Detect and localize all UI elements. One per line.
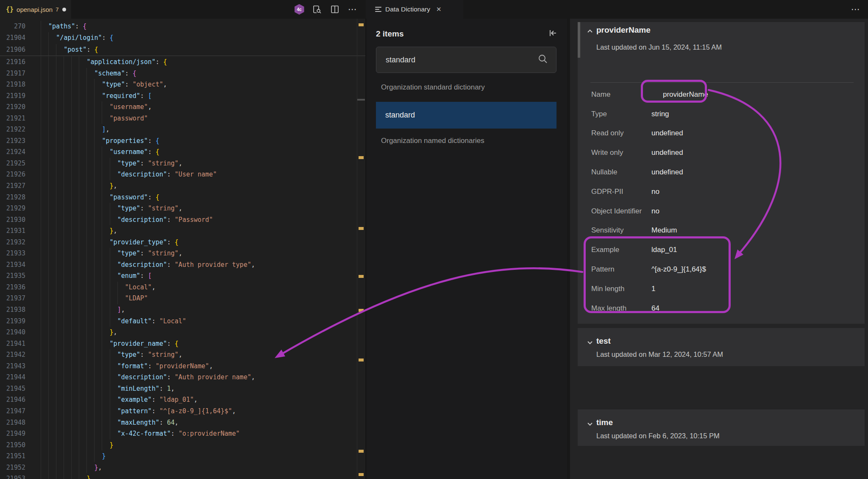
annotation-box-name: [641, 80, 707, 103]
code-line[interactable]: 21952 },: [0, 462, 365, 473]
code-line[interactable]: 21930 "description": "Password": [0, 214, 365, 226]
code-line[interactable]: 21939 "default": "Local": [0, 316, 365, 327]
detail-label: GDPR-PII: [591, 188, 651, 196]
code-line[interactable]: 21934 "description": "Auth provider type…: [0, 259, 365, 271]
detail-value: no: [651, 188, 659, 196]
panel-scrollbar-thumb[interactable]: [578, 22, 580, 58]
chevron-down-icon[interactable]: [587, 420, 593, 427]
line-number: 21916: [0, 56, 25, 68]
code-line[interactable]: 21929 "type": "string",: [0, 203, 365, 214]
code-text: },: [41, 180, 117, 192]
code-line[interactable]: 21904 "/api/login": {: [0, 32, 365, 44]
line-number: 21918: [0, 79, 25, 90]
chevron-down-icon[interactable]: [587, 339, 593, 346]
code-text: "minLength": 1,: [41, 383, 175, 395]
code-line[interactable]: 21928 "password": {: [0, 192, 365, 203]
dictionary-search[interactable]: [376, 47, 556, 73]
code-line[interactable]: 21922 ],: [0, 124, 365, 135]
tab-problems-badge: 7: [56, 6, 58, 13]
line-number: 21925: [0, 158, 25, 169]
dictionary-format-item-time[interactable]: timeLast updated on Feb 6, 2023, 10:15 P…: [578, 409, 865, 446]
code-line[interactable]: 21946 "example": "ldap_01",: [0, 394, 365, 406]
code-line[interactable]: 21925 "type": "string",: [0, 158, 365, 169]
editor-more-actions-icon[interactable]: ⋯: [348, 4, 358, 14]
42crunch-icon[interactable]: 4c: [294, 4, 304, 14]
code-line[interactable]: 21916 "application/json": {: [0, 56, 365, 68]
code-line[interactable]: 21949 "x-42c-format": "o:providerName": [0, 428, 365, 440]
unsaved-dot-icon[interactable]: [62, 8, 66, 11]
code-line[interactable]: 21938 ],: [0, 304, 365, 316]
line-number: 21945: [0, 383, 25, 395]
code-line[interactable]: 21919 "required": [: [0, 90, 365, 102]
code-line[interactable]: 21932 "provider_type": {: [0, 237, 365, 248]
code-line[interactable]: 21941 "provider_name": {: [0, 338, 365, 350]
detail-label: Sensitivity: [591, 226, 651, 235]
code-text: "application/json": {: [41, 56, 167, 68]
code-line[interactable]: 21923 "properties": {: [0, 135, 365, 147]
code-line[interactable]: 21931 },: [0, 225, 365, 237]
tab-openapi-json[interactable]: {} openapi.json 7: [0, 0, 71, 19]
code-line[interactable]: 21926 "description": "User name": [0, 169, 365, 180]
close-tab-icon[interactable]: ✕: [436, 6, 442, 13]
annotation-box-constraints: [584, 236, 731, 313]
line-number: 21928: [0, 192, 25, 203]
line-number: 21946: [0, 394, 25, 406]
data-dictionary-panel: 2 items Organization standard dictionary…: [366, 19, 567, 479]
detail-row: Typestring: [591, 104, 856, 124]
code-line[interactable]: 21945 "minLength": 1,: [0, 383, 365, 395]
code-line[interactable]: 21917 "schema": {: [0, 68, 365, 79]
detail-value: Medium: [651, 226, 677, 235]
code-line[interactable]: 21950 }: [0, 440, 365, 451]
code-lines: 21916 "application/json": {21917 "schema…: [0, 56, 365, 479]
code-line[interactable]: 21953 }: [0, 473, 365, 479]
code-text: },: [41, 327, 117, 338]
code-line[interactable]: 21936 "Local",: [0, 282, 365, 293]
code-line[interactable]: 21918 "type": "object",: [0, 79, 365, 90]
open-preview-icon[interactable]: [312, 4, 322, 14]
code-line[interactable]: 21951 }: [0, 451, 365, 462]
dictionary-item-standard[interactable]: standard: [376, 102, 556, 129]
code-line[interactable]: 21935 "enum": [: [0, 270, 365, 282]
detail-label: Object Identifier: [591, 207, 651, 216]
editor-boundary-divider: [357, 19, 357, 479]
detail-row: GDPR-PIIno: [591, 182, 856, 202]
line-number: 21943: [0, 361, 25, 372]
code-line[interactable]: 21940 },: [0, 327, 365, 338]
detail-label: Type: [591, 110, 651, 118]
code-text: }: [41, 473, 90, 479]
window-more-actions-icon[interactable]: ⋯: [851, 4, 860, 14]
code-editor[interactable]: 21916 "application/json": {21917 "schema…: [0, 19, 365, 479]
modified-marker: [359, 275, 364, 278]
code-line[interactable]: 21944 "description": "Auth provider name…: [0, 372, 365, 383]
code-text: "type": "string",: [41, 248, 182, 259]
code-line[interactable]: 21927 },: [0, 180, 365, 192]
line-number: 21919: [0, 90, 25, 102]
tab-data-dictionary[interactable]: Data Dictionary ✕: [366, 0, 463, 19]
line-number: 21942: [0, 349, 25, 361]
line-number: 21951: [0, 451, 25, 462]
code-line[interactable]: 21947 "pattern": "^[a-z0-9_]{1,64}$",: [0, 406, 365, 417]
modified-marker: [359, 227, 364, 230]
code-line[interactable]: 21943 "format": "providerName",: [0, 361, 365, 372]
code-line[interactable]: 21948 "maxLength": 64,: [0, 417, 365, 429]
code-line[interactable]: 21933 "type": "string",: [0, 248, 365, 259]
split-editor-icon[interactable]: [330, 4, 340, 14]
details-title[interactable]: providerName: [596, 25, 651, 35]
collapse-panel-icon[interactable]: [548, 28, 558, 40]
code-line[interactable]: 21942 "type": "string",: [0, 349, 365, 361]
code-line[interactable]: 21921 "password": [0, 113, 365, 124]
dictionary-format-item-test[interactable]: testLast updated on Mar 12, 2024, 10:57 …: [578, 328, 865, 366]
code-line[interactable]: 21937 "LDAP": [0, 293, 365, 304]
modified-marker: [359, 359, 364, 361]
search-input[interactable]: [386, 56, 537, 64]
code-text: "schema": {: [41, 68, 136, 79]
editor-scrollbar-thumb[interactable]: [357, 99, 365, 101]
chevron-up-icon[interactable]: [587, 28, 593, 35]
code-line[interactable]: 21920 "username",: [0, 101, 365, 113]
code-line[interactable]: 270 "paths": {: [0, 21, 365, 32]
code-line[interactable]: 21924 "username": {: [0, 146, 365, 158]
code-text: "type": "string",: [41, 349, 182, 361]
format-last-updated: Last updated on Feb 6, 2023, 10:15 PM: [596, 432, 720, 440]
detail-row: Read onlyundefined: [591, 124, 856, 143]
code-line[interactable]: 21906 "post": {: [0, 44, 365, 56]
